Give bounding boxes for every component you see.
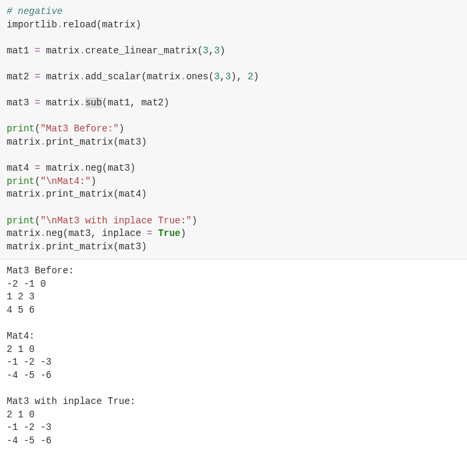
code-output-cell: Mat3 Before: -2 -1 0 1 2 3 4 5 6 Mat4: 2… bbox=[0, 259, 467, 453]
output-line: 1 2 3 bbox=[7, 291, 35, 302]
code-token: "Mat3 Before:" bbox=[40, 123, 119, 134]
code-token: print_matrix(mat3) bbox=[46, 137, 147, 147]
code-token: . bbox=[79, 71, 85, 82]
code-token: mat1 bbox=[7, 45, 35, 56]
output-line: Mat4: bbox=[7, 331, 35, 341]
code-token: matrix bbox=[40, 163, 79, 173]
code-token: matrix bbox=[40, 71, 79, 82]
code-token: ones( bbox=[186, 71, 214, 82]
code-token: print_matrix(mat4) bbox=[46, 189, 147, 199]
code-token: ) bbox=[219, 45, 225, 56]
output-line: 4 5 6 bbox=[7, 305, 35, 315]
code-token: add_scalar(matrix bbox=[85, 71, 181, 82]
output-line: -1 -2 -3 bbox=[7, 357, 51, 367]
code-token: ) bbox=[119, 123, 124, 134]
output-line: Mat3 with inplace True: bbox=[7, 396, 135, 407]
code-token: mat2 bbox=[7, 71, 35, 82]
code-token: print_matrix(mat3) bbox=[46, 241, 147, 252]
code-token: neg(mat3, inplace bbox=[46, 228, 147, 239]
code-token: "\nMat3 with inplace True:" bbox=[40, 215, 191, 226]
code-token: 3 bbox=[225, 71, 231, 82]
code-token: . bbox=[79, 45, 85, 56]
code-token: (mat1, mat2) bbox=[102, 97, 169, 108]
code-comment: # negative bbox=[7, 6, 63, 17]
code-token: matrix bbox=[7, 189, 40, 199]
code-token: matrix bbox=[40, 97, 79, 108]
code-token: matrix bbox=[7, 228, 40, 239]
code-token: matrix bbox=[40, 45, 79, 56]
output-line: -4 -5 -6 bbox=[7, 435, 51, 446]
code-token: print bbox=[7, 123, 35, 134]
code-token: . bbox=[40, 189, 45, 199]
code-token: 2 bbox=[248, 71, 253, 82]
code-input-cell[interactable]: # negative importlib.reload(matrix) mat1… bbox=[0, 0, 467, 259]
code-token: reload(matrix) bbox=[63, 19, 141, 30]
code-token: . bbox=[79, 163, 85, 173]
output-line: 2 1 0 bbox=[7, 344, 35, 355]
code-token: , bbox=[219, 71, 225, 82]
code-highlighted: sub bbox=[85, 97, 102, 108]
code-token: ) bbox=[91, 176, 96, 187]
code-token: mat3 bbox=[7, 97, 35, 108]
code-token: mat4 bbox=[7, 163, 35, 173]
output-line: -4 -5 -6 bbox=[7, 370, 51, 381]
code-token: neg(mat3) bbox=[85, 163, 136, 173]
code-token: . bbox=[180, 71, 185, 82]
code-token: print bbox=[7, 215, 35, 226]
code-token: matrix bbox=[7, 241, 40, 252]
code-token: , bbox=[208, 45, 213, 56]
code-token: matrix bbox=[7, 137, 40, 147]
code-token: True bbox=[158, 228, 181, 239]
code-token: ) bbox=[191, 215, 197, 226]
output-line: 2 1 0 bbox=[7, 409, 35, 420]
output-line: Mat3 Before: bbox=[7, 265, 74, 276]
code-token: ), bbox=[231, 71, 248, 82]
code-token: . bbox=[57, 19, 63, 30]
code-token: print bbox=[7, 176, 35, 187]
code-token: importlib bbox=[7, 19, 57, 30]
code-token: . bbox=[79, 97, 85, 108]
output-line: -2 -1 0 bbox=[7, 279, 46, 289]
code-token: . bbox=[40, 137, 45, 147]
code-token bbox=[152, 228, 157, 239]
code-token: "\nMat4:" bbox=[40, 176, 91, 187]
code-token: ) bbox=[180, 228, 185, 239]
code-token: create_linear_matrix( bbox=[85, 45, 203, 56]
code-token: ) bbox=[254, 71, 259, 82]
code-token: . bbox=[40, 241, 45, 252]
code-token: . bbox=[40, 228, 45, 239]
output-line: -1 -2 -3 bbox=[7, 422, 51, 433]
